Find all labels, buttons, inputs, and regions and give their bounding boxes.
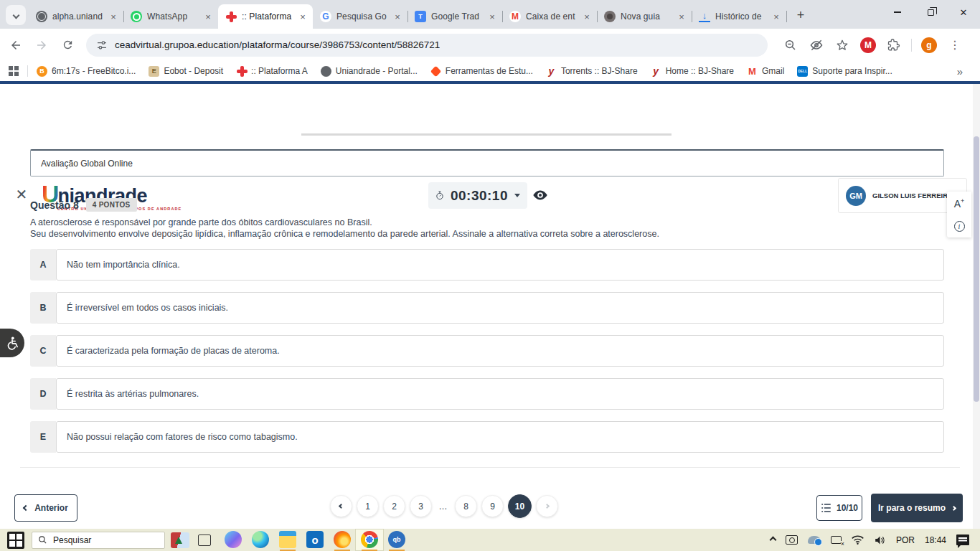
tab-close-icon[interactable]: × xyxy=(108,11,119,22)
tab-close-icon[interactable]: × xyxy=(581,11,593,22)
bookmark-dell-suporte[interactable]: DELL Suporte para Inspir... xyxy=(797,66,892,77)
tab-search-button[interactable] xyxy=(6,5,26,25)
chevron-left-icon xyxy=(339,504,344,509)
page-button-8[interactable]: 8 xyxy=(455,495,477,517)
cast-screen-icon[interactable] xyxy=(786,535,798,545)
chevron-down-icon[interactable] xyxy=(514,194,520,197)
bookmark-gmail[interactable]: M Gmail xyxy=(747,66,784,77)
gmail-icon: M xyxy=(509,11,521,22)
taskbar-app-chrome-active[interactable] xyxy=(356,529,383,550)
answer-option-e[interactable]: E Não possui relação com fatores de risc… xyxy=(30,421,944,453)
start-button-windows-icon[interactable] xyxy=(7,532,24,549)
tab-close-icon[interactable]: × xyxy=(297,11,308,22)
toolbar-actions: M g ⋮ xyxy=(778,36,968,55)
bookmarks-overflow-icon[interactable]: » xyxy=(957,65,963,77)
tab-close-icon[interactable]: × xyxy=(392,11,403,22)
previous-button[interactable]: Anterior xyxy=(14,494,77,522)
onedrive-cloud-icon[interactable] xyxy=(808,536,821,544)
taskbar-app-copilot[interactable] xyxy=(220,529,247,550)
extensions-puzzle-icon[interactable] xyxy=(885,36,903,55)
minimize-button[interactable] xyxy=(881,0,914,24)
taskbar-app-edge[interactable] xyxy=(247,529,274,550)
page-button-9[interactable]: 9 xyxy=(481,495,504,517)
apps-grid-icon[interactable] xyxy=(9,66,19,76)
exam-timer[interactable]: 00:30:10 xyxy=(428,182,527,209)
bookmark-torrents-bjshare[interactable]: y Torrents :: BJ-Share xyxy=(546,66,638,77)
accessibility-widget-button[interactable] xyxy=(0,329,24,357)
language-indicator[interactable]: POR xyxy=(896,535,915,545)
answer-option-d[interactable]: D É restrita às artérias pulmonares. xyxy=(30,378,944,410)
browser-tab-nova-guia[interactable]: Nova guia × xyxy=(597,4,692,29)
taskbar-search-input[interactable]: Pesquisar xyxy=(32,532,165,549)
browser-tab-plataforma-active[interactable]: :: Plataforma × xyxy=(218,4,313,29)
browser-tab-pesquisa[interactable]: G Pesquisa Go × xyxy=(313,4,407,29)
page-button-2[interactable]: 2 xyxy=(383,495,405,517)
new-tab-button[interactable]: + xyxy=(791,5,811,25)
taskbar-app-outlook[interactable] xyxy=(301,529,329,550)
bjshare-icon: y xyxy=(651,66,661,77)
scrollbar-thumb[interactable] xyxy=(974,136,979,402)
page-button-3[interactable]: 3 xyxy=(410,495,432,517)
page-prev-button[interactable] xyxy=(330,495,352,517)
answer-option-a[interactable]: A Não tem importância clínica. xyxy=(30,249,944,281)
google-icon: G xyxy=(320,11,331,22)
close-window-button[interactable]: ✕ xyxy=(947,0,980,24)
forward-button[interactable] xyxy=(32,35,52,55)
page-button-10-active[interactable]: 10 xyxy=(508,494,532,518)
browser-menu-kebab-icon[interactable]: ⋮ xyxy=(946,36,964,55)
maximize-button[interactable] xyxy=(914,0,947,24)
taskbar-app-firefox[interactable] xyxy=(329,529,356,550)
taskbar-app-qbittorrent[interactable]: qb xyxy=(383,529,410,550)
clock[interactable]: 18:44 xyxy=(925,535,946,545)
browser-tab-translate[interactable]: T Google Trad × xyxy=(407,4,502,29)
widgets-weather-icon[interactable] xyxy=(171,532,189,548)
task-view-icon[interactable] xyxy=(198,534,211,546)
font-increase-button[interactable]: A+ xyxy=(954,197,965,209)
volume-icon[interactable] xyxy=(874,535,886,545)
option-text[interactable]: Não tem importância clínica. xyxy=(56,249,944,281)
bookmark-plataforma[interactable]: :: Plataforma A xyxy=(236,66,308,77)
tab-close-icon[interactable]: × xyxy=(676,11,687,22)
go-to-summary-button[interactable]: Ir para o resumo xyxy=(871,494,963,522)
profile-avatar[interactable]: g xyxy=(920,36,938,55)
usb-eject-icon[interactable] xyxy=(831,536,842,544)
reload-button[interactable] xyxy=(57,35,77,55)
question-counter-button[interactable]: 10/10 xyxy=(816,495,862,521)
tab-close-icon[interactable]: × xyxy=(771,11,782,22)
tab-close-icon[interactable]: × xyxy=(202,11,214,22)
option-text[interactable]: Não possui relação com fatores de risco … xyxy=(56,421,944,453)
browser-tab-alpha[interactable]: alpha.uniand × xyxy=(29,4,123,29)
exam-title-box: Avaliação Global Online xyxy=(30,149,944,176)
browser-tab-gmail[interactable]: M Caixa de ent × xyxy=(502,4,597,29)
option-text[interactable]: É restrita às artérias pulmonares. xyxy=(56,378,944,410)
password-eye-off-icon[interactable] xyxy=(807,36,826,55)
action-center-icon[interactable] xyxy=(956,534,969,545)
bookmark-eobot[interactable]: E Eobot - Deposit xyxy=(149,66,223,77)
taskbar-app-file-explorer[interactable] xyxy=(274,529,301,550)
answer-option-b[interactable]: B É irreversível em todos os casos inici… xyxy=(30,292,944,324)
bookmark-ferramentas[interactable]: Ferramentas de Estu... xyxy=(430,66,533,76)
answer-option-c[interactable]: C É caracterizada pela formação de placa… xyxy=(30,335,944,367)
address-bar[interactable]: ceadvirtual.grupoa.education/plataforma/… xyxy=(86,34,768,57)
close-exam-icon[interactable]: ✕ xyxy=(14,187,29,202)
back-button[interactable] xyxy=(6,35,26,55)
option-text[interactable]: É irreversível em todos os casos iniciai… xyxy=(56,292,944,324)
zoom-icon[interactable] xyxy=(781,36,800,55)
bookmark-freebitco[interactable]: B 6m:17s - FreeBitco.i... xyxy=(37,66,136,77)
browser-tab-historico[interactable]: ↓ Histórico de × xyxy=(692,4,786,29)
page-button-1[interactable]: 1 xyxy=(357,495,379,517)
url-text[interactable]: ceadvirtual.grupoa.education/plataforma/… xyxy=(115,39,440,50)
info-icon[interactable]: i xyxy=(954,221,965,232)
visibility-eye-icon[interactable] xyxy=(532,188,548,202)
tab-close-icon[interactable]: × xyxy=(486,11,498,22)
bookmark-home-bjshare[interactable]: y Home :: BJ-Share xyxy=(651,66,734,77)
tray-chevron-up-icon[interactable] xyxy=(771,537,776,542)
bookmark-uniandrade[interactable]: Uniandrade - Portal... xyxy=(321,66,418,77)
bookmark-star-icon[interactable] xyxy=(833,36,852,55)
wifi-icon[interactable] xyxy=(852,535,864,545)
page-next-button[interactable] xyxy=(536,495,558,517)
mega-extension-icon[interactable]: M xyxy=(859,36,877,55)
bookmark-label: Suporte para Inspir... xyxy=(812,66,892,76)
browser-tab-whatsapp[interactable]: WhatsApp × xyxy=(123,4,218,29)
option-text[interactable]: É caracterizada pela formação de placas … xyxy=(56,335,944,367)
